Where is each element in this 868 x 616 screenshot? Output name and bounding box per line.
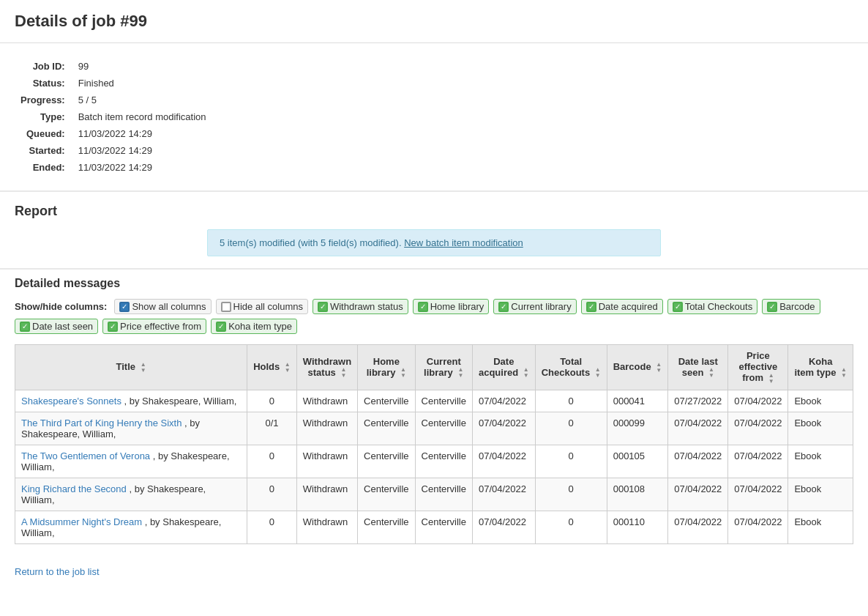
cell-title-3: King Richard the Second , by Shakespeare… (15, 478, 247, 511)
toggle-show-all[interactable]: ✓ Show all columns (114, 299, 211, 314)
job-type-label: Type: (15, 108, 72, 125)
cell-date-acquired-4: 07/04/2022 (472, 511, 535, 543)
new-batch-link[interactable]: New batch item modification (404, 237, 523, 248)
cell-holds-1: 0/1 (247, 412, 297, 445)
cell-date-acquired-2: 07/04/2022 (472, 445, 535, 478)
table-row: The Third Part of King Henry the Sixth ,… (15, 412, 853, 445)
cell-holds-0: 0 (247, 390, 297, 412)
col-header-current-library[interactable]: Currentlibrary ▲▼ (415, 345, 472, 390)
report-section: Report 5 item(s) modified (with 5 field(… (0, 192, 868, 268)
cell-current-library-0: Centerville (415, 390, 472, 412)
job-status-value: Finished (72, 75, 212, 92)
toggle-date-acquired[interactable]: ✓ Date acquired (581, 299, 663, 314)
job-progress-label: Progress: (15, 92, 72, 108)
toggle-koha-item-type[interactable]: ✓ Koha item type (211, 319, 297, 334)
cell-current-library-3: Centerville (415, 478, 472, 511)
toggle-price-effective[interactable]: ✓ Price effective from (102, 319, 206, 334)
checkbox-withdrawn-status: ✓ (318, 302, 328, 312)
cell-price-effective-0: 07/04/2022 (728, 390, 788, 412)
col-header-withdrawn[interactable]: Withdrawnstatus ▲▼ (296, 345, 357, 390)
col-header-item-type[interactable]: Kohaitem type ▲▼ (788, 345, 853, 390)
job-type-value: Batch item record modification (72, 108, 212, 125)
col-header-price-effective[interactable]: Priceeffectivefrom ▲▼ (728, 345, 788, 390)
sort-arrows-home-library: ▲▼ (400, 367, 406, 379)
cell-withdrawn-1: Withdrawn (296, 412, 357, 445)
cell-withdrawn-2: Withdrawn (296, 445, 357, 478)
job-details-table: Job ID: 99 Status: Finished Progress: 5 … (15, 58, 212, 176)
cell-barcode-2: 000105 (607, 445, 668, 478)
cell-item-type-4: Ebook (788, 511, 853, 543)
job-ended-value: 11/03/2022 14:29 (72, 159, 212, 176)
cell-holds-2: 0 (247, 445, 297, 478)
sort-arrows-holds: ▲▼ (285, 362, 291, 374)
title-link-4[interactable]: A Midsummer Night's Dream (21, 516, 142, 527)
col-header-home-library[interactable]: Homelibrary ▲▼ (358, 345, 415, 390)
title-link-1[interactable]: The Third Part of King Henry the Sixth (21, 418, 182, 428)
cell-title-2: The Two Gentlemen of Verona , by Shakesp… (15, 445, 247, 478)
detailed-title: Detailed messages (15, 277, 853, 290)
checkbox-date-last-seen: ✓ (20, 322, 30, 332)
cell-date-acquired-1: 07/04/2022 (472, 412, 535, 445)
title-link-0[interactable]: Shakespeare's Sonnets (21, 396, 121, 407)
job-queued-label: Queued: (15, 125, 72, 142)
toggle-withdrawn-status-label: Withdrawn status (330, 301, 403, 312)
sort-arrows-price-effective: ▲▼ (768, 373, 774, 385)
cell-withdrawn-4: Withdrawn (296, 511, 357, 543)
table-row: Shakespeare's Sonnets , by Shakespeare, … (15, 390, 853, 412)
col-header-date-acquired[interactable]: Dateacquired ▲▼ (472, 345, 535, 390)
checkbox-hide-all (221, 302, 231, 312)
cell-date-last-seen-3: 07/04/2022 (668, 478, 728, 511)
sort-arrows-date-acquired: ▲▼ (523, 367, 529, 379)
cell-total-checkouts-0: 0 (535, 390, 607, 412)
job-status-label: Status: (15, 75, 72, 92)
checkbox-price-effective: ✓ (108, 322, 118, 332)
cell-price-effective-4: 07/04/2022 (728, 511, 788, 543)
toggle-hide-all-label: Hide all columns (233, 301, 303, 312)
title-link-3[interactable]: King Richard the Second (21, 483, 127, 494)
cell-current-library-2: Centerville (415, 445, 472, 478)
cell-barcode-0: 000041 (607, 390, 668, 412)
col-header-date-last-seen[interactable]: Date lastseen ▲▼ (668, 345, 728, 390)
cell-total-checkouts-4: 0 (535, 511, 607, 543)
table-row: King Richard the Second , by Shakespeare… (15, 478, 853, 511)
title-link-2[interactable]: The Two Gentlemen of Verona (21, 450, 150, 461)
sort-arrows-total-checkouts: ▲▼ (595, 367, 601, 379)
col-header-title[interactable]: Title ▲▼ (15, 345, 247, 390)
toggle-current-library[interactable]: ✓ Current library (493, 299, 576, 314)
toggle-total-checkouts-label: Total Checkouts (685, 301, 753, 312)
cell-item-type-3: Ebook (788, 478, 853, 511)
job-id-label: Job ID: (15, 58, 72, 75)
return-to-job-list-link[interactable]: Return to the job list (15, 566, 100, 577)
toggle-withdrawn-status[interactable]: ✓ Withdrawn status (313, 299, 408, 314)
col-header-barcode[interactable]: Barcode ▲▼ (607, 345, 668, 390)
table-row: A Midsummer Night's Dream , by Shakespea… (15, 511, 853, 543)
cell-price-effective-3: 07/04/2022 (728, 478, 788, 511)
toggle-barcode-label: Barcode (779, 301, 815, 312)
toggle-hide-all[interactable]: Hide all columns (216, 299, 308, 314)
cell-barcode-3: 000108 (607, 478, 668, 511)
toggle-barcode[interactable]: ✓ Barcode (762, 299, 820, 314)
cell-price-effective-1: 07/04/2022 (728, 412, 788, 445)
cell-total-checkouts-1: 0 (535, 412, 607, 445)
show-hide-columns-row: Show/hide columns: ✓ Show all columns Hi… (15, 299, 853, 334)
toggle-current-library-label: Current library (511, 301, 571, 312)
col-header-holds[interactable]: Holds ▲▼ (247, 345, 297, 390)
cell-home-library-1: Centerville (358, 412, 415, 445)
report-title: Report (15, 204, 853, 219)
col-header-total-checkouts[interactable]: TotalCheckouts ▲▼ (535, 345, 607, 390)
report-table: Title ▲▼ Holds ▲▼ Withdrawnstatus ▲▼ Hom… (15, 344, 853, 544)
toggle-date-last-seen[interactable]: ✓ Date last seen (15, 319, 98, 334)
cell-title-4: A Midsummer Night's Dream , by Shakespea… (15, 511, 247, 543)
cell-price-effective-2: 07/04/2022 (728, 445, 788, 478)
cell-item-type-1: Ebook (788, 412, 853, 445)
cell-current-library-4: Centerville (415, 511, 472, 543)
cell-item-type-0: Ebook (788, 390, 853, 412)
detailed-section: Detailed messages Show/hide columns: ✓ S… (0, 270, 868, 559)
cell-total-checkouts-3: 0 (535, 478, 607, 511)
cell-title-0: Shakespeare's Sonnets , by Shakespeare, … (15, 390, 247, 412)
toggle-total-checkouts[interactable]: ✓ Total Checkouts (667, 299, 758, 314)
cell-home-library-3: Centerville (358, 478, 415, 511)
toggle-home-library[interactable]: ✓ Home library (413, 299, 490, 314)
cell-date-last-seen-4: 07/04/2022 (668, 511, 728, 543)
toggle-show-all-label: Show all columns (132, 301, 206, 312)
